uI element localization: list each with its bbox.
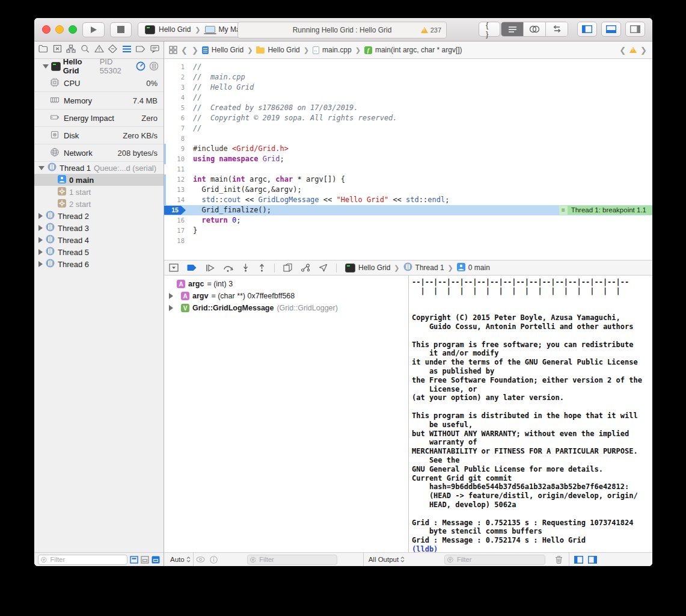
disclosure-triangle-icon[interactable] — [38, 249, 43, 255]
code-line[interactable]: 5// Created by s1786208 on 17/03/2019. — [164, 103, 652, 113]
simulate-location-icon[interactable] — [319, 263, 328, 272]
version-editor-button[interactable] — [545, 22, 568, 36]
line-number[interactable]: 18 — [164, 236, 185, 246]
line-number[interactable]: 12 — [164, 174, 185, 185]
code-line[interactable]: 14 std::cout << GridLogMessage << "Hello… — [164, 195, 652, 205]
console-output-popup[interactable]: All Output — [366, 556, 408, 563]
code-line[interactable]: 6// Copyright © 2019 sopa. All rights re… — [164, 113, 652, 123]
test-navigator-tab[interactable] — [108, 45, 117, 55]
variables-filter-input[interactable] — [258, 555, 334, 564]
disclosure-triangle-icon[interactable] — [38, 166, 44, 170]
stack-frame-row[interactable]: 1 start — [34, 186, 164, 198]
breadcrumb-file[interactable]: main.cpp — [313, 46, 352, 54]
gauge-row-energy-impact[interactable]: Energy ImpactZero — [34, 109, 164, 126]
code-line[interactable]: 17} — [164, 226, 652, 236]
scheme-selector[interactable]: Hello Grid ❯ My Mac — [138, 22, 251, 37]
code-line[interactable]: 7// — [164, 123, 652, 134]
line-number[interactable]: 13 — [164, 185, 185, 195]
go-back-icon[interactable]: ❮ — [180, 46, 188, 55]
go-forward-icon[interactable]: ❯ — [191, 46, 199, 55]
line-number[interactable]: 6 — [164, 113, 185, 123]
line-number[interactable]: 2 — [164, 72, 185, 82]
run-button[interactable] — [82, 22, 105, 37]
show-variables-view-button[interactable] — [572, 556, 586, 564]
breakpoint-annotation[interactable]: =Thread 1: breakpoint 1.1 — [559, 206, 652, 215]
thread-row[interactable]: Thread 2 — [34, 210, 164, 222]
step-out-icon[interactable] — [258, 263, 266, 272]
line-number[interactable]: 14 — [164, 195, 185, 205]
disclosure-triangle-icon[interactable] — [169, 305, 178, 311]
symbol-navigator-tab[interactable] — [66, 45, 76, 55]
code-line[interactable]: 4// — [164, 93, 652, 103]
debug-crumb-process[interactable]: Hello Grid — [358, 263, 390, 272]
gauge-mode-icon[interactable] — [136, 61, 145, 71]
gauge-row-cpu[interactable]: CPU0% — [34, 75, 164, 91]
disclosure-triangle-icon[interactable] — [38, 261, 43, 267]
debug-navigator-tab[interactable] — [122, 45, 132, 55]
gauge-row-memory[interactable]: Memory7.4 MB — [34, 91, 164, 109]
line-number[interactable]: 10 — [164, 154, 185, 164]
disclosure-triangle-icon[interactable] — [38, 213, 43, 219]
console-filter-input[interactable] — [456, 555, 542, 564]
breakpoint-navigator-tab[interactable] — [136, 45, 145, 55]
line-number[interactable]: 9 — [164, 144, 185, 154]
thread-row[interactable]: Thread 3 — [34, 222, 164, 234]
toggle-navigator-button[interactable] — [577, 22, 597, 37]
gauge-row-network[interactable]: Network208 bytes/s — [34, 144, 164, 161]
code-line[interactable]: 1// — [164, 62, 652, 72]
disclosure-triangle-icon[interactable] — [38, 225, 43, 231]
debug-memory-graph-icon[interactable] — [301, 263, 310, 272]
hide-debug-area-icon[interactable] — [169, 263, 179, 272]
variable-row[interactable]: Aargv= (char **) 0x7ffeefbff568 — [164, 290, 408, 302]
step-into-icon[interactable] — [242, 263, 250, 272]
line-number[interactable]: 5 — [164, 103, 185, 113]
quick-look-button[interactable] — [194, 556, 207, 562]
breadcrumb-symbol[interactable]: f main(int argc, char * argv[]) — [364, 46, 462, 54]
disclosure-triangle-icon[interactable] — [43, 64, 49, 69]
code-line[interactable]: 16 return 0; — [164, 215, 652, 226]
code-line[interactable]: 3// Hello Grid — [164, 82, 652, 93]
project-navigator-tab[interactable] — [38, 45, 48, 55]
code-line[interactable]: 9#include <Grid/Grid.h> — [164, 144, 652, 154]
code-line[interactable]: 8 — [164, 134, 652, 144]
line-number[interactable]: 16 — [164, 215, 185, 226]
variable-row[interactable]: Aargc= (int) 3 — [164, 278, 408, 290]
standard-editor-button[interactable] — [501, 22, 523, 36]
info-button[interactable] — [207, 556, 220, 564]
previous-issue-icon[interactable]: ❮ — [619, 46, 626, 55]
code-line[interactable]: 12int main(int argc, char * argv[]) { — [164, 174, 652, 185]
source-editor[interactable]: 1//2// main.cpp3// Hello Grid4//5// Crea… — [164, 59, 652, 260]
variable-row[interactable]: VGrid::GridLogMessage(Grid::GridLogger) — [164, 302, 408, 314]
issues-badge[interactable]: 237 — [421, 26, 441, 34]
source-control-navigator-tab[interactable] — [53, 45, 62, 55]
report-navigator-tab[interactable] — [150, 45, 159, 55]
stack-frame-row[interactable]: 0 main — [34, 174, 164, 186]
process-row[interactable]: Hello Grid PID 55302 — [34, 59, 164, 73]
stack-frame-row[interactable]: 2 start — [34, 198, 164, 210]
continue-icon[interactable] — [206, 264, 215, 272]
assistant-editor-button[interactable] — [523, 22, 545, 36]
line-number[interactable]: 8 — [164, 134, 185, 144]
threads-mode-icon[interactable] — [149, 61, 159, 71]
thread-row[interactable]: Thread 4 — [34, 234, 164, 246]
code-line[interactable]: 2// main.cpp — [164, 72, 652, 82]
find-navigator-tab[interactable] — [81, 45, 90, 55]
stop-button[interactable] — [110, 22, 132, 37]
related-items-icon[interactable] — [169, 46, 177, 54]
filter-view-icon[interactable] — [152, 556, 160, 564]
code-line[interactable]: 10using namespace Grid; — [164, 154, 652, 164]
toggle-debug-area-button[interactable] — [601, 22, 621, 37]
disclosure-triangle-icon[interactable] — [38, 237, 43, 243]
step-over-icon[interactable] — [223, 264, 233, 272]
show-console-view-button[interactable] — [586, 556, 599, 564]
next-issue-icon[interactable]: ❯ — [640, 46, 648, 55]
variables-view[interactable]: Aargc= (int) 3Aargv= (char **) 0x7ffeefb… — [164, 276, 409, 552]
close-window-button[interactable] — [42, 25, 51, 34]
line-number[interactable]: 4 — [164, 93, 185, 103]
navigator-filter-field[interactable] — [38, 555, 127, 565]
gauge-row-disk[interactable]: DiskZero KB/s — [34, 126, 164, 144]
disclosure-triangle-icon[interactable] — [169, 293, 178, 299]
code-line[interactable]: 11 — [164, 164, 652, 174]
debug-view-hierarchy-icon[interactable] — [283, 263, 292, 272]
navigator-filter-input[interactable] — [49, 555, 124, 564]
